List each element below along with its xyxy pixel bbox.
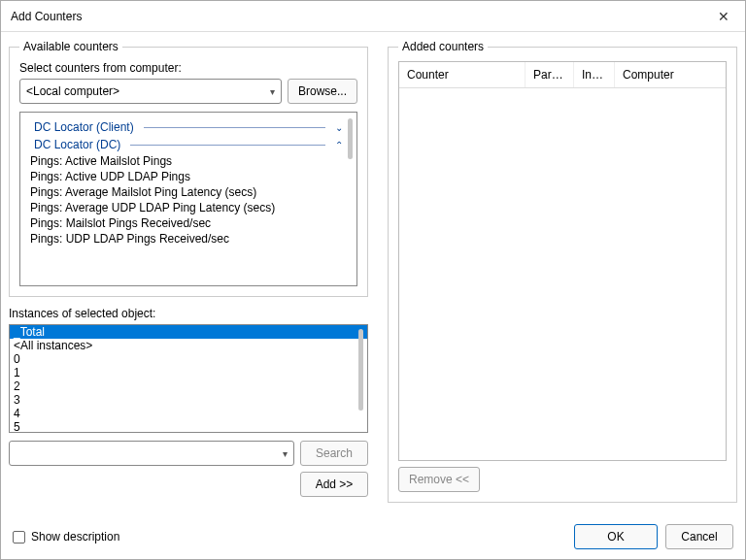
computer-combo[interactable]: <Local computer> ▾ [19, 79, 282, 104]
titlebar: Add Counters ✕ [1, 1, 745, 32]
show-description-checkbox[interactable]: Show description [13, 530, 119, 544]
col-parent[interactable]: Parent [526, 62, 574, 87]
show-description-label: Show description [31, 530, 119, 544]
close-icon[interactable]: ✕ [710, 5, 737, 28]
col-counter[interactable]: Counter [399, 62, 526, 87]
counter-item[interactable]: Pings: Mailslot Pings Received/sec [20, 215, 356, 231]
chevron-down-icon: ▾ [270, 86, 275, 97]
counter-group-dc-locator-dc[interactable]: DC Locator (DC) ⌃ [20, 136, 356, 153]
instance-item[interactable]: 5 [10, 420, 367, 433]
col-computer[interactable]: Computer [615, 62, 726, 87]
right-column: Added counters Counter Parent Inst... Co… [388, 40, 737, 511]
left-column: Available counters Select counters from … [9, 40, 368, 511]
added-counters-table[interactable]: Counter Parent Inst... Computer [398, 61, 727, 461]
chevron-down-icon: ⌄ [335, 122, 343, 133]
scrollbar-thumb[interactable] [348, 118, 353, 159]
scrollbar-thumb[interactable] [358, 329, 363, 411]
instance-item[interactable]: 2 [10, 379, 367, 393]
checkbox-icon [13, 531, 25, 544]
chevron-down-icon: ▾ [283, 448, 288, 459]
counters-list[interactable]: DC Locator (Client) ⌄ DC Locator (DC) ⌃ … [19, 112, 357, 286]
add-counters-dialog: Add Counters ✕ Available counters Select… [0, 0, 746, 560]
ok-button[interactable]: OK [574, 524, 658, 549]
instances-search-combo[interactable]: ▾ [9, 441, 294, 466]
remove-button[interactable]: Remove << [398, 467, 480, 492]
col-instance[interactable]: Inst... [574, 62, 615, 87]
instance-item[interactable]: 3 [10, 393, 367, 407]
dialog-body: Available counters Select counters from … [1, 32, 745, 518]
available-counters-group: Available counters Select counters from … [9, 40, 368, 297]
instances-label: Instances of selected object: [9, 307, 368, 320]
browse-button[interactable]: Browse... [288, 79, 357, 104]
select-computer-label: Select counters from computer: [19, 61, 357, 75]
counter-item[interactable]: Pings: Active UDP LDAP Pings [20, 169, 356, 184]
cancel-button[interactable]: Cancel [665, 524, 733, 549]
instance-item[interactable]: 1 [10, 366, 367, 379]
instance-item-total[interactable]: _Total [10, 325, 367, 339]
computer-combo-value: <Local computer> [26, 84, 119, 98]
counter-item[interactable]: Pings: Active Mailslot Pings [20, 153, 356, 169]
counter-item[interactable]: Pings: Average UDP LDAP Ping Latency (se… [20, 200, 356, 215]
counter-group-dc-locator-client[interactable]: DC Locator (Client) ⌄ [20, 118, 356, 136]
search-button[interactable]: Search [300, 441, 368, 466]
window-title: Add Counters [11, 10, 82, 23]
instances-list[interactable]: _Total <All instances> 0 1 2 3 4 5 [9, 324, 368, 433]
dialog-footer: Show description OK Cancel [1, 518, 745, 559]
instance-item[interactable]: 0 [10, 352, 367, 366]
added-counters-legend: Added counters [398, 40, 488, 53]
available-counters-legend: Available counters [19, 40, 122, 53]
table-header: Counter Parent Inst... Computer [399, 62, 726, 88]
add-button[interactable]: Add >> [300, 472, 368, 497]
counter-item[interactable]: Pings: Average Mailslot Ping Latency (se… [20, 184, 356, 200]
chevron-up-icon: ⌃ [335, 140, 343, 150]
table-body [399, 88, 726, 460]
added-counters-group: Added counters Counter Parent Inst... Co… [388, 40, 737, 503]
counter-item[interactable]: Pings: UDP LDAP Pings Received/sec [20, 231, 356, 247]
instance-item-all[interactable]: <All instances> [10, 339, 367, 352]
instance-item[interactable]: 4 [10, 407, 367, 420]
